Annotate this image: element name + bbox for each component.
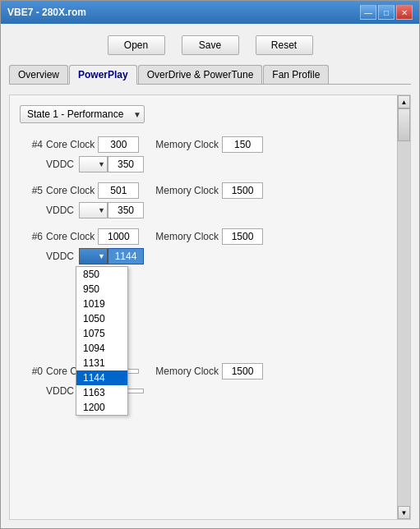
entry-4-core-value[interactable]: 300 (98, 136, 139, 153)
dropdown-item-1144[interactable]: 1144 (76, 370, 127, 385)
entry-5-vddc-select[interactable] (79, 202, 108, 218)
entry-5-vddc-select-wrapper: ▼ (79, 202, 108, 218)
entry-6-core-label: Core Clock (46, 231, 95, 242)
dropdown-item-950[interactable]: 950 (76, 282, 127, 297)
dropdown-item-1019[interactable]: 1019 (76, 297, 127, 311)
title-bar: VBE7 - 280X.rom — □ ✕ (1, 1, 419, 24)
entry-5-core-value[interactable]: 501 (98, 182, 139, 199)
entry-4-vddc-label: VDDC (46, 159, 76, 170)
entry-0-vddc-label: VDDC (46, 385, 76, 397)
entry-6-mem-label: Memory Clock (155, 231, 219, 242)
scroll-track (398, 108, 410, 506)
window-controls: — □ ✕ (360, 5, 413, 20)
entry-6-vddc-row: VDDC ▼ 1144 850 950 1019 1050 1075 1094 (46, 248, 400, 264)
save-button[interactable]: Save (182, 35, 239, 55)
entry-0-mem-label: Memory Clock (155, 366, 219, 377)
entry-6: #6 Core Clock 1000 Memory Clock 1500 VDD… (20, 228, 400, 264)
entry-0-num: #0 (20, 366, 43, 377)
entry-4-num: #4 (20, 139, 43, 150)
entry-4-core-label: Core Clock (46, 139, 95, 150)
tab-overdrive[interactable]: OverDrive & PowerTune (138, 65, 263, 84)
maximize-button[interactable]: □ (378, 5, 395, 20)
entry-4-mem-value[interactable]: 150 (222, 136, 263, 153)
vddc-dropdown-popup: 850 950 1019 1050 1075 1094 1131 1144 11… (76, 266, 128, 416)
entry-6-vddc-select-wrapper: ▼ (79, 248, 108, 264)
scroll-down-button[interactable]: ▼ (398, 506, 410, 519)
entry-4: #4 Core Clock 300 Memory Clock 150 VDDC … (20, 136, 400, 172)
entry-5-row: #5 Core Clock 501 Memory Clock 1500 (20, 182, 400, 199)
entry-4-vddc-row: VDDC ▼ 350 (46, 156, 400, 172)
tab-overview[interactable]: Overview (9, 65, 68, 84)
entry-4-row: #4 Core Clock 300 Memory Clock 150 (20, 136, 400, 153)
state-select-wrapper: State 1 - Performance State 2 - Balanced… (20, 105, 145, 123)
scroll-up-button[interactable]: ▲ (398, 95, 410, 108)
tab-bar: Overview PowerPlay OverDrive & PowerTune… (9, 65, 411, 85)
entry-4-vddc-select-wrapper: ▼ (79, 156, 108, 172)
dropdown-item-1075[interactable]: 1075 (76, 326, 127, 341)
dropdown-item-1094[interactable]: 1094 (76, 341, 127, 356)
entry-5-mem-label: Memory Clock (155, 185, 219, 196)
entry-4-vddc-select[interactable] (79, 156, 108, 172)
minimize-button[interactable]: — (360, 5, 376, 20)
close-button[interactable]: ✕ (396, 5, 413, 20)
entry-6-row: #6 Core Clock 1000 Memory Clock 1500 (20, 228, 400, 245)
dropdown-item-1163[interactable]: 1163 (76, 385, 127, 400)
open-button[interactable]: Open (108, 35, 165, 55)
entry-6-core-value[interactable]: 1000 (98, 228, 139, 245)
entry-6-mem-value[interactable]: 1500 (222, 228, 263, 245)
state-dropdown-wrapper: State 1 - Performance State 2 - Balanced… (20, 105, 400, 123)
entry-5-core-label: Core Clock (46, 185, 95, 196)
entry-5: #5 Core Clock 501 Memory Clock 1500 VDDC… (20, 182, 400, 218)
reset-button[interactable]: Reset (256, 35, 313, 55)
tab-fanprofile[interactable]: Fan Profile (263, 65, 329, 84)
main-panel: State 1 - Performance State 2 - Balanced… (9, 94, 411, 520)
entry-4-vddc-value[interactable]: 350 (108, 156, 144, 172)
entry-0-mem-value[interactable]: 1500 (222, 363, 263, 380)
state-select[interactable]: State 1 - Performance State 2 - Balanced… (20, 105, 145, 123)
entry-6-num: #6 (20, 231, 43, 242)
entry-6-vddc-select[interactable] (79, 248, 108, 264)
dropdown-item-1200[interactable]: 1200 (76, 400, 127, 415)
entry-6-vddc-label: VDDC (46, 251, 76, 262)
window-title: VBE7 - 280X.rom (7, 7, 86, 18)
dropdown-item-850[interactable]: 850 (76, 267, 127, 282)
entry-5-num: #5 (20, 185, 43, 196)
content-area: Open Save Reset Overview PowerPlay OverD… (1, 24, 419, 528)
dropdown-item-1050[interactable]: 1050 (76, 311, 127, 326)
entry-5-vddc-label: VDDC (46, 205, 76, 216)
scrollbar: ▲ ▼ (397, 95, 410, 519)
entry-4-mem-label: Memory Clock (155, 139, 219, 150)
tab-powerplay[interactable]: PowerPlay (69, 65, 137, 85)
entry-5-vddc-row: VDDC ▼ 350 (46, 202, 400, 218)
main-window: VBE7 - 280X.rom — □ ✕ Open Save Reset Ov… (0, 0, 420, 529)
entry-5-mem-value[interactable]: 1500 (222, 182, 263, 199)
entry-5-vddc-value[interactable]: 350 (108, 202, 144, 218)
dropdown-item-1131[interactable]: 1131 (76, 356, 127, 370)
scroll-thumb[interactable] (398, 108, 410, 141)
toolbar: Open Save Reset (9, 35, 411, 55)
entry-6-vddc-value[interactable]: 1144 (108, 248, 144, 264)
